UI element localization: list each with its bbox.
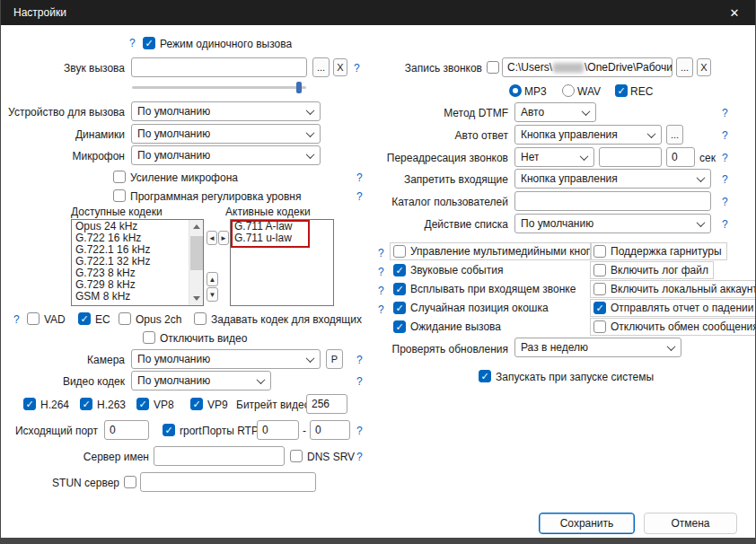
- help-ring-sound[interactable]: ?: [354, 62, 360, 75]
- crash-report-checkbox[interactable]: [593, 302, 606, 314]
- local-account-checkbox[interactable]: [593, 283, 606, 295]
- auto-answer-select[interactable]: Кнопка управления: [514, 125, 662, 145]
- help-directory[interactable]: ?: [722, 196, 728, 208]
- speakers-select[interactable]: По умолчанию: [131, 124, 321, 144]
- mic-amplification-checkbox[interactable]: [113, 171, 126, 183]
- recording-path-input[interactable]: C:\Users\ \OneDrive\Рабочий с: [502, 57, 672, 77]
- microphone-select[interactable]: По умолчанию: [131, 145, 321, 165]
- local-account-option[interactable]: Включить локальный аккаунт: [590, 280, 756, 298]
- media-buttons-option[interactable]: Управление мультимедийными кноп: [390, 242, 592, 260]
- call-waiting-option[interactable]: Ожидание вызова: [390, 318, 506, 336]
- sound-events-checkbox[interactable]: [393, 264, 406, 276]
- active-codecs-list[interactable]: G.711 A-law G.711 u-law: [230, 219, 334, 306]
- disable-messaging-checkbox[interactable]: [593, 320, 606, 333]
- stun-checkbox[interactable]: [124, 476, 136, 488]
- deny-incoming-select[interactable]: Кнопка управления: [514, 169, 711, 189]
- h264-checkbox[interactable]: [23, 398, 36, 410]
- forwarding-number-input[interactable]: [599, 147, 662, 167]
- help-sound-events[interactable]: ?: [378, 266, 384, 278]
- help-single-call[interactable]: ?: [129, 37, 136, 49]
- random-position-checkbox[interactable]: [393, 302, 406, 314]
- h263-checkbox[interactable]: [80, 398, 92, 410]
- headset-option[interactable]: Поддержка гарнитуры: [590, 242, 727, 260]
- help-dns[interactable]: ?: [356, 451, 363, 463]
- ring-sound-browse-button[interactable]: ...: [312, 57, 330, 77]
- crash-report-option[interactable]: Отправлять отчет о падении: [590, 299, 756, 317]
- single-call-checkbox[interactable]: [143, 37, 155, 49]
- autostart-checkbox[interactable]: [479, 370, 491, 382]
- move-left-button[interactable]: ◄: [207, 231, 217, 245]
- popup-incoming-option[interactable]: Всплывать при входящем звонке: [390, 280, 581, 298]
- titlebar[interactable]: Настройки ✕: [1, 0, 755, 25]
- volume-slider-track[interactable]: [132, 86, 306, 89]
- log-file-checkbox[interactable]: [593, 264, 606, 276]
- wav-radio[interactable]: [562, 84, 575, 97]
- call-device-select[interactable]: По умолчанию: [131, 101, 321, 121]
- auto-answer-browse-button[interactable]: ...: [666, 125, 683, 145]
- help-forwarding[interactable]: ?: [722, 152, 728, 164]
- rport-checkbox[interactable]: [163, 424, 175, 436]
- list-item[interactable]: G.711 u-law: [231, 233, 333, 244]
- forwarding-select[interactable]: Нет: [514, 147, 594, 167]
- help-media-buttons[interactable]: ?: [378, 247, 384, 259]
- save-button[interactable]: Сохранить: [539, 513, 635, 534]
- random-position-option[interactable]: Случайная позиция окошка: [390, 299, 554, 317]
- video-codec-select[interactable]: По умолчанию: [131, 371, 271, 390]
- help-ports[interactable]: ?: [356, 425, 363, 437]
- cancel-button[interactable]: Отмена: [644, 513, 737, 534]
- scroll-down-icon[interactable]: [193, 296, 200, 301]
- camera-preview-button[interactable]: P: [326, 349, 343, 369]
- list-item[interactable]: GSM 8 kHz: [72, 291, 189, 303]
- scroll-thumb[interactable]: [190, 236, 203, 270]
- recording-browse-button[interactable]: ...: [676, 57, 693, 77]
- available-codecs-scrollbar[interactable]: [189, 220, 203, 305]
- close-button[interactable]: ✕: [714, 0, 755, 25]
- stun-server-input[interactable]: [140, 472, 316, 492]
- volume-slider-thumb[interactable]: [296, 82, 302, 93]
- ring-sound-clear-button[interactable]: X: [333, 58, 347, 76]
- disable-video-checkbox[interactable]: [143, 331, 155, 344]
- incoming-codec-checkbox[interactable]: [194, 312, 207, 325]
- help-dtmf[interactable]: ?: [722, 107, 728, 119]
- help-video-codec[interactable]: ?: [356, 375, 363, 388]
- vad-checkbox[interactable]: [27, 312, 40, 325]
- sound-events-option[interactable]: Звуковые события: [390, 261, 508, 279]
- help-popup-incoming[interactable]: ?: [378, 285, 384, 297]
- call-waiting-checkbox[interactable]: [393, 320, 406, 333]
- dns-server-input[interactable]: [154, 446, 285, 466]
- ec-checkbox[interactable]: [78, 312, 91, 325]
- help-random-position[interactable]: ?: [378, 303, 384, 316]
- dns-srv-checkbox[interactable]: [290, 450, 303, 462]
- media-buttons-checkbox[interactable]: [393, 245, 406, 258]
- rec-checkbox[interactable]: [615, 84, 628, 97]
- log-file-option[interactable]: Включить лог файл: [590, 261, 714, 279]
- video-bitrate-input[interactable]: [306, 394, 347, 414]
- move-right-button[interactable]: ►: [218, 231, 229, 245]
- opus-2ch-checkbox[interactable]: [119, 312, 131, 325]
- disable-messaging-option[interactable]: Отключить обмен сообщениями: [590, 318, 756, 336]
- ring-sound-input[interactable]: [131, 57, 307, 77]
- directory-input[interactable]: [514, 191, 711, 211]
- recording-clear-button[interactable]: X: [697, 58, 711, 76]
- mp3-radio[interactable]: [509, 84, 522, 97]
- contact-action-select[interactable]: По умолчанию: [514, 214, 711, 233]
- rtp-from-input[interactable]: [257, 420, 299, 440]
- help-camera[interactable]: ?: [356, 354, 363, 366]
- rtp-to-input[interactable]: [310, 420, 350, 440]
- popup-incoming-checkbox[interactable]: [393, 283, 406, 295]
- source-port-input[interactable]: [104, 420, 149, 440]
- vp8-checkbox[interactable]: [136, 398, 149, 410]
- help-auto-answer[interactable]: ?: [722, 129, 728, 142]
- move-up-button[interactable]: ▲: [207, 272, 218, 286]
- software-level-checkbox[interactable]: [113, 189, 126, 202]
- move-down-button[interactable]: ▼: [207, 287, 218, 302]
- headset-checkbox[interactable]: [593, 245, 606, 258]
- available-codecs-list[interactable]: Opus 24 kHz G.722 16 kHz G.722.1 16 kHz …: [71, 219, 204, 306]
- scroll-up-icon[interactable]: [193, 224, 200, 229]
- updates-select[interactable]: Раз в неделю: [514, 338, 681, 357]
- help-codec-flags[interactable]: ?: [13, 313, 20, 326]
- help-contact-action[interactable]: ?: [722, 218, 728, 231]
- dtmf-select[interactable]: Авто: [514, 102, 596, 122]
- forwarding-seconds-input[interactable]: [666, 147, 695, 167]
- help-deny-incoming[interactable]: ?: [722, 173, 728, 186]
